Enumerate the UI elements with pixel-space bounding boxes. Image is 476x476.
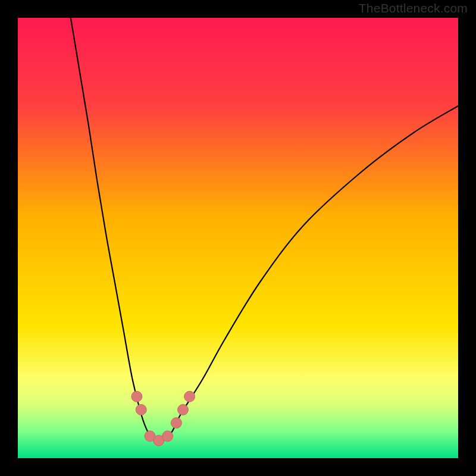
watermark-label: TheBottleneck.com bbox=[359, 1, 468, 15]
data-marker bbox=[162, 431, 173, 441]
data-marker bbox=[171, 418, 181, 428]
chart-frame: TheBottleneck.com bbox=[0, 0, 476, 476]
data-marker bbox=[178, 405, 189, 415]
plot-area bbox=[18, 18, 458, 458]
chart-svg bbox=[18, 18, 458, 458]
data-marker bbox=[131, 391, 142, 402]
gradient-bg bbox=[18, 18, 458, 458]
data-marker bbox=[184, 391, 195, 402]
data-marker bbox=[136, 405, 146, 415]
